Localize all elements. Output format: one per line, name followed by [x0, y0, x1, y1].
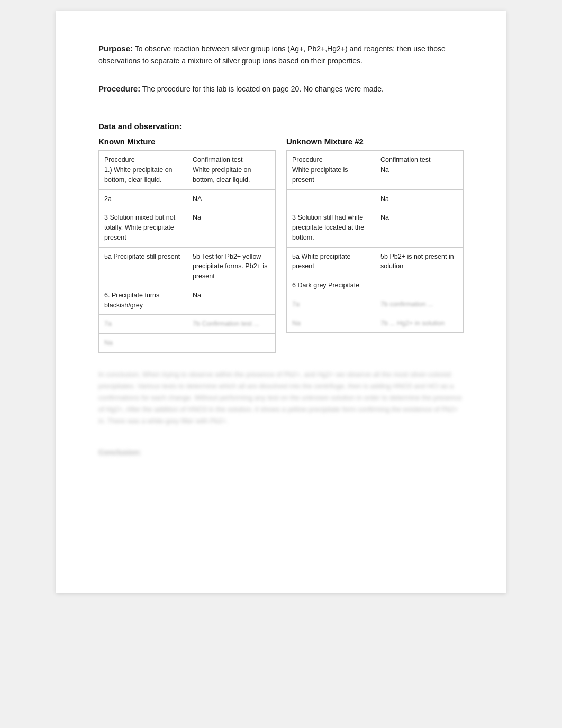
unknown-conf-1: Confirmation testNa: [375, 151, 464, 189]
unknown-proc-4: 5a White precipitate present: [287, 247, 375, 276]
known-proc-blur-1: 7a: [99, 315, 187, 334]
procedure-section: Procedure: The procedure for this lab is…: [98, 83, 464, 95]
unknown-conf-3: Na: [375, 208, 464, 247]
known-proc-5: 6. Precipitate turns blackish/grey: [99, 286, 187, 315]
procedure-label: Procedure:: [98, 84, 140, 93]
procedure-text: The procedure for this lab is located on…: [142, 85, 384, 93]
known-conf-blur-2: [187, 334, 276, 353]
known-conf-blur-1: 7b Confirmation test ...: [187, 315, 276, 334]
known-conf-3: Na: [187, 208, 276, 247]
known-proc-2: 2a: [99, 189, 187, 208]
purpose-paragraph: Purpose: To observe reaction between sil…: [98, 42, 464, 67]
table-row-blurred: 7a 7b Confirmation test ...: [99, 315, 276, 334]
table-row-blurred: 7a 7b confirmation ...: [287, 295, 464, 314]
known-proc-4: 5a Precipitate still present: [99, 247, 187, 286]
unknown-conf-2: Na: [375, 189, 464, 208]
tables-row: Known Mixture Procedure1.) White precipi…: [98, 137, 464, 353]
known-proc-1: Procedure1.) White precipitate on bottom…: [99, 151, 187, 189]
table-row: 5a White precipitate present 5b Pb2+ is …: [287, 247, 464, 276]
unknown-mixture-title: Unknown Mixture #2: [286, 137, 464, 146]
known-mixture-wrapper: Known Mixture Procedure1.) White precipi…: [98, 137, 276, 353]
data-title: Data and observation:: [98, 122, 464, 131]
purpose-label: Purpose:: [98, 44, 133, 53]
blurred-analysis: In conclusion, When trying to observe wi…: [98, 369, 464, 427]
known-mixture-table: Procedure1.) White precipitate on bottom…: [98, 150, 276, 353]
table-row: 6. Precipitate turns blackish/grey Na: [99, 286, 276, 315]
purpose-text: To observe reaction between silver group…: [98, 44, 446, 65]
procedure-paragraph: Procedure: The procedure for this lab is…: [98, 83, 464, 95]
known-conf-4: 5b Test for Pb2+ yellow precipitate form…: [187, 247, 276, 286]
table-row: 2a NA: [99, 189, 276, 208]
unknown-proc-2: [287, 189, 375, 208]
unknown-mixture-wrapper: Unknown Mixture #2 ProcedureWhite precip…: [286, 137, 464, 353]
unknown-proc-blur-1: 7a: [287, 295, 375, 314]
table-row-blurred: Na: [99, 334, 276, 353]
unknown-conf-5: [375, 276, 464, 295]
unknown-conf-blur-1: 7b confirmation ...: [375, 295, 464, 314]
table-row: Na: [287, 189, 464, 208]
unknown-mixture-table: ProcedureWhite precipitate is present Co…: [286, 150, 464, 333]
known-proc-3: 3 Solution mixed but not totally. White …: [99, 208, 187, 247]
table-row: 5a Precipitate still present 5b Test for…: [99, 247, 276, 286]
data-section: Data and observation: Known Mixture Proc…: [98, 122, 464, 353]
table-row: 3 Solution still had white precipitate l…: [287, 208, 464, 247]
table-row: ProcedureWhite precipitate is present Co…: [287, 151, 464, 189]
known-conf-2: NA: [187, 189, 276, 208]
unknown-proc-3: 3 Solution still had white precipitate l…: [287, 208, 375, 247]
table-row: 3 Solution mixed but not totally. White …: [99, 208, 276, 247]
conclusion-label: Conclusion:: [98, 448, 464, 457]
purpose-section: Purpose: To observe reaction between sil…: [98, 42, 464, 67]
unknown-proc-5: 6 Dark grey Precipitate: [287, 276, 375, 295]
known-conf-1: Confirmation testWhite precipitate on bo…: [187, 151, 276, 189]
page: Purpose: To observe reaction between sil…: [56, 11, 506, 593]
table-row: Procedure1.) White precipitate on bottom…: [99, 151, 276, 189]
unknown-proc-1: ProcedureWhite precipitate is present: [287, 151, 375, 189]
known-conf-5: Na: [187, 286, 276, 315]
table-row-blurred: Na 7b ... Hg2+ in solution: [287, 314, 464, 333]
unknown-proc-blur-2: Na: [287, 314, 375, 333]
unknown-conf-4: 5b Pb2+ is not present in solution: [375, 247, 464, 276]
unknown-conf-blur-2: 7b ... Hg2+ in solution: [375, 314, 464, 333]
table-row: 6 Dark grey Precipitate: [287, 276, 464, 295]
known-proc-blur-2: Na: [99, 334, 187, 353]
known-mixture-title: Known Mixture: [98, 137, 276, 146]
